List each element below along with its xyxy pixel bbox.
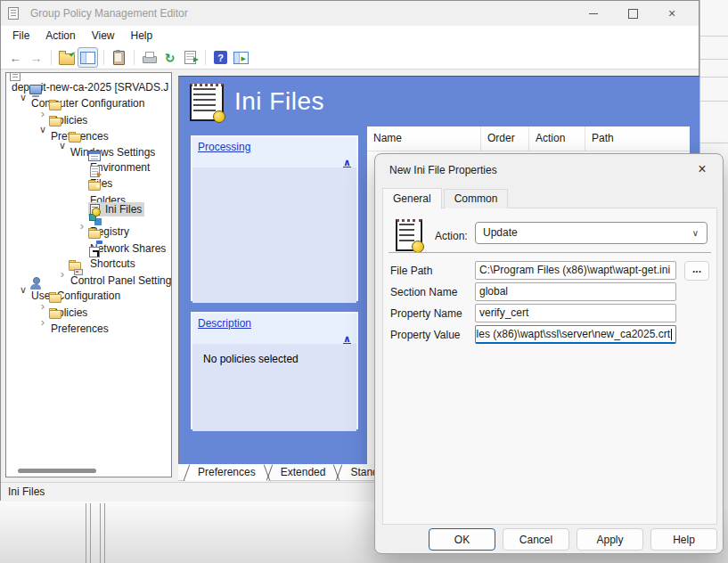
menu-bar: FileActionViewHelp [1, 26, 699, 46]
root-folder-icon [59, 53, 75, 65]
action-select-value: Update [483, 226, 518, 239]
processing-panel: Processing ∧ [191, 135, 358, 301]
chevron-down-icon[interactable]: ∨ [56, 140, 69, 151]
minimize-button[interactable] [574, 1, 613, 26]
new-console-window-icon: ▶ [233, 52, 249, 64]
file-path-input[interactable]: C:\Program Files (x86)\wapt\wapt-get.ini [475, 261, 676, 280]
chevron-down-icon[interactable]: ∨ [17, 92, 29, 103]
browse-button[interactable]: ... [684, 261, 709, 281]
help-button[interactable]: ? [211, 48, 230, 67]
folder-icon [49, 294, 62, 306]
close-icon: × [668, 6, 675, 20]
action-select[interactable]: Update ∨ [475, 222, 708, 244]
folder-icon [49, 118, 62, 130]
export-list-icon [184, 51, 196, 64]
property-name-value: verify_cert [479, 305, 528, 322]
cancel-button[interactable]: Cancel [503, 528, 569, 551]
tab-preferences[interactable]: Preferences [185, 464, 268, 481]
property-value-value: ı Files (x86)\wapt\ssl\server\new_ca2025… [475, 326, 670, 343]
property-value-input[interactable]: ı Files (x86)\wapt\ssl\server\new_ca2025… [475, 325, 676, 344]
minimize-icon [589, 13, 598, 14]
ini-icon [90, 204, 100, 216]
root-folder-button[interactable] [57, 48, 76, 67]
column-name[interactable]: Name [367, 126, 481, 151]
chevron-down-icon[interactable]: ∨ [37, 124, 49, 135]
dialog-close-icon[interactable]: × [692, 159, 712, 179]
description-body: No policies selected [192, 344, 356, 431]
processing-link[interactable]: Processing [198, 141, 250, 153]
menu-view[interactable]: View [84, 26, 123, 46]
tree-indent [6, 161, 88, 162]
print-icon [143, 52, 157, 63]
network-icon [88, 230, 102, 242]
forward-button[interactable]: → [27, 48, 45, 67]
menu-help[interactable]: Help [123, 26, 161, 46]
refresh-button[interactable]: ↻ [160, 48, 179, 67]
tree-hscrollbar-thumb[interactable] [18, 469, 96, 473]
section-name-input[interactable]: global [475, 282, 676, 301]
file-path-value: C:\Program Files (x86)\wapt\wapt-get.ini [479, 262, 670, 279]
folder-icon [49, 310, 62, 322]
help-icon: ? [214, 51, 227, 64]
back-icon: ← [10, 52, 22, 64]
dialog-tab-common[interactable]: Common [444, 189, 509, 208]
field-row-property-value: Property Valueı Files (x86)\wapt\ssl\ser… [390, 325, 709, 344]
tree-indent [6, 145, 56, 146]
print-button[interactable] [140, 48, 159, 67]
chevron-right-icon[interactable]: › [37, 107, 49, 120]
computer-icon [29, 85, 43, 97]
field-row-section-name: Section Nameglobal [390, 282, 709, 301]
tab-extended[interactable]: Extended [268, 464, 339, 481]
maximize-button[interactable] [613, 1, 652, 26]
tree-indent [6, 290, 17, 290]
toolbar-separator [51, 50, 52, 65]
form-separator [389, 252, 711, 253]
back-button[interactable]: ← [6, 48, 25, 67]
tree-indent [6, 97, 17, 98]
tree-indent [6, 209, 88, 210]
column-order[interactable]: Order [481, 126, 529, 151]
menu-action[interactable]: Action [37, 26, 83, 46]
menu-file[interactable]: File [4, 26, 37, 46]
window-title: Group Policy Management Editor [30, 7, 188, 20]
dialog-title: New Ini File Properties [389, 164, 497, 176]
ini-file-icon [396, 219, 422, 251]
maximize-icon [628, 9, 638, 19]
apply-button[interactable]: Apply [577, 528, 643, 551]
property-name-input[interactable]: verify_cert [475, 304, 676, 322]
collapse-processing-icon[interactable]: ∧ [343, 158, 351, 167]
ok-button[interactable]: OK [429, 528, 495, 551]
description-link[interactable]: Description [198, 317, 251, 330]
column-path[interactable]: Path [585, 126, 690, 151]
tree-indent [6, 177, 88, 178]
action-label: Action: [435, 230, 468, 242]
chevron-down-icon[interactable]: ∨ [17, 284, 29, 296]
tree-indent [6, 241, 88, 242]
console-tree-toggle-button[interactable] [78, 47, 98, 68]
tree-indent [6, 273, 56, 274]
app-icon [8, 7, 19, 20]
dialog-tab-general[interactable]: General [382, 188, 442, 209]
folders-icon [88, 182, 102, 194]
collapse-description-icon[interactable]: ∧ [343, 334, 351, 344]
section-name-value: global [479, 283, 508, 300]
export-list-button[interactable] [181, 48, 200, 67]
new-ini-file-properties-dialog: New Ini File Properties × GeneralCommon … [374, 153, 724, 554]
chevron-right-icon[interactable]: › [76, 219, 88, 233]
clipboard-button[interactable] [110, 48, 128, 67]
help-button[interactable]: Help [650, 528, 717, 551]
control-panel-badge [74, 269, 83, 275]
field-row-property-name: Property Nameverify_cert [390, 304, 709, 322]
tree-indent [6, 129, 37, 130]
tree-indent [6, 193, 88, 194]
column-action[interactable]: Action [529, 126, 585, 151]
tree-item-preferences[interactable]: ›Preferences [6, 314, 171, 330]
close-button[interactable]: × [652, 1, 691, 26]
tree-item-folders[interactable]: Folders [6, 185, 171, 201]
chevron-right-icon[interactable]: › [37, 315, 49, 329]
folder-glint [96, 184, 100, 188]
tree-items: deposit-new-ca-2025 [SRVADS.J∨Computer C… [6, 73, 171, 330]
new-console-window-button[interactable]: ▶ [232, 48, 250, 67]
chevron-right-icon[interactable]: › [37, 299, 49, 313]
gear-badge [92, 208, 101, 216]
